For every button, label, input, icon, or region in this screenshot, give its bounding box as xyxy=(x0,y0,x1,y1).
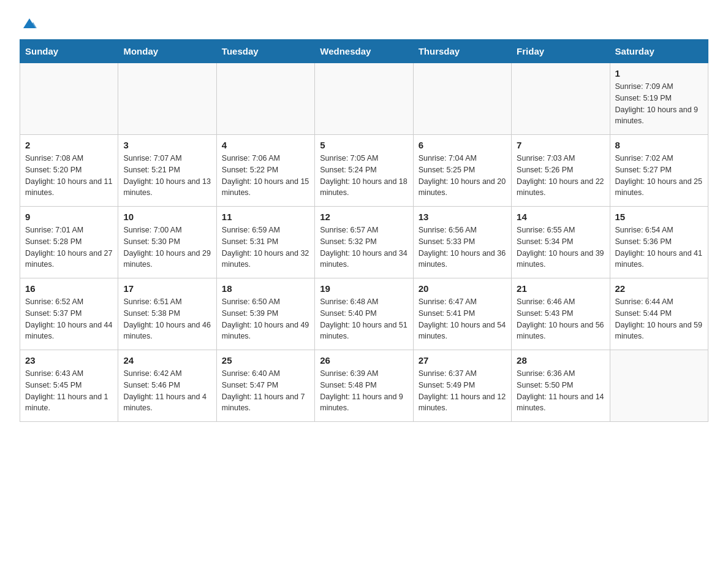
day-number: 25 xyxy=(222,355,309,366)
calendar-header-monday: Monday xyxy=(118,40,216,63)
calendar-cell: 1Sunrise: 7:09 AMSunset: 5:19 PMDaylight… xyxy=(610,63,708,135)
calendar-week-row: 1Sunrise: 7:09 AMSunset: 5:19 PMDaylight… xyxy=(20,63,708,135)
day-number: 3 xyxy=(123,140,211,150)
calendar-cell: 4Sunrise: 7:06 AMSunset: 5:22 PMDaylight… xyxy=(216,135,314,207)
day-number: 6 xyxy=(419,140,506,150)
day-number: 15 xyxy=(615,212,703,222)
day-info: Sunrise: 7:08 AMSunset: 5:20 PMDaylight:… xyxy=(25,153,113,199)
day-info: Sunrise: 6:47 AMSunset: 5:41 PMDaylight:… xyxy=(419,296,506,342)
calendar-cell: 11Sunrise: 6:59 AMSunset: 5:31 PMDayligh… xyxy=(216,207,314,278)
calendar-cell: 12Sunrise: 6:57 AMSunset: 5:32 PMDayligh… xyxy=(315,207,413,278)
page-header xyxy=(20,15,708,32)
day-info: Sunrise: 6:39 AMSunset: 5:48 PMDaylight:… xyxy=(320,368,408,414)
calendar-header-row: SundayMondayTuesdayWednesdayThursdayFrid… xyxy=(20,40,708,63)
day-info: Sunrise: 6:43 AMSunset: 5:45 PMDaylight:… xyxy=(25,368,113,414)
day-info: Sunrise: 7:07 AMSunset: 5:21 PMDaylight:… xyxy=(123,153,211,199)
day-info: Sunrise: 6:42 AMSunset: 5:46 PMDaylight:… xyxy=(123,368,211,414)
day-info: Sunrise: 7:03 AMSunset: 5:26 PMDaylight:… xyxy=(517,153,604,199)
day-info: Sunrise: 6:57 AMSunset: 5:32 PMDaylight:… xyxy=(320,224,408,270)
calendar-cell: 2Sunrise: 7:08 AMSunset: 5:20 PMDaylight… xyxy=(20,135,118,207)
calendar-cell: 22Sunrise: 6:44 AMSunset: 5:44 PMDayligh… xyxy=(610,278,708,350)
calendar-header-thursday: Thursday xyxy=(413,40,511,63)
calendar-cell: 23Sunrise: 6:43 AMSunset: 5:45 PMDayligh… xyxy=(20,350,118,422)
calendar-header-sunday: Sunday xyxy=(20,40,118,63)
day-number: 1 xyxy=(615,68,703,79)
day-number: 16 xyxy=(25,283,113,294)
calendar-table: SundayMondayTuesdayWednesdayThursdayFrid… xyxy=(20,39,708,422)
day-number: 11 xyxy=(222,212,309,222)
calendar-cell: 27Sunrise: 6:37 AMSunset: 5:49 PMDayligh… xyxy=(413,350,511,422)
calendar-cell: 26Sunrise: 6:39 AMSunset: 5:48 PMDayligh… xyxy=(315,350,413,422)
day-info: Sunrise: 6:37 AMSunset: 5:49 PMDaylight:… xyxy=(419,368,506,414)
day-number: 23 xyxy=(25,355,113,366)
day-number: 24 xyxy=(123,355,211,366)
calendar-cell: 13Sunrise: 6:56 AMSunset: 5:33 PMDayligh… xyxy=(413,207,511,278)
calendar-week-row: 16Sunrise: 6:52 AMSunset: 5:37 PMDayligh… xyxy=(20,278,708,350)
calendar-cell: 28Sunrise: 6:36 AMSunset: 5:50 PMDayligh… xyxy=(512,350,610,422)
calendar-cell: 6Sunrise: 7:04 AMSunset: 5:25 PMDaylight… xyxy=(413,135,511,207)
day-number: 14 xyxy=(517,212,604,222)
calendar-cell: 7Sunrise: 7:03 AMSunset: 5:26 PMDaylight… xyxy=(512,135,610,207)
day-number: 19 xyxy=(320,283,408,294)
day-number: 17 xyxy=(123,283,211,294)
calendar-cell: 25Sunrise: 6:40 AMSunset: 5:47 PMDayligh… xyxy=(216,350,314,422)
day-info: Sunrise: 6:52 AMSunset: 5:37 PMDaylight:… xyxy=(25,296,113,342)
day-number: 22 xyxy=(615,283,703,294)
calendar-cell: 21Sunrise: 6:46 AMSunset: 5:43 PMDayligh… xyxy=(512,278,610,350)
calendar-cell: 10Sunrise: 7:00 AMSunset: 5:30 PMDayligh… xyxy=(118,207,216,278)
calendar-cell: 19Sunrise: 6:48 AMSunset: 5:40 PMDayligh… xyxy=(315,278,413,350)
day-number: 8 xyxy=(615,140,703,150)
calendar-cell: 9Sunrise: 7:01 AMSunset: 5:28 PMDaylight… xyxy=(20,207,118,278)
day-number: 26 xyxy=(320,355,408,366)
day-number: 18 xyxy=(222,283,309,294)
calendar-cell xyxy=(118,63,216,135)
calendar-cell: 18Sunrise: 6:50 AMSunset: 5:39 PMDayligh… xyxy=(216,278,314,350)
calendar-cell: 20Sunrise: 6:47 AMSunset: 5:41 PMDayligh… xyxy=(413,278,511,350)
day-info: Sunrise: 6:59 AMSunset: 5:31 PMDaylight:… xyxy=(222,224,309,270)
day-number: 21 xyxy=(517,283,604,294)
logo xyxy=(20,15,39,32)
calendar-cell: 5Sunrise: 7:05 AMSunset: 5:24 PMDaylight… xyxy=(315,135,413,207)
calendar-cell: 8Sunrise: 7:02 AMSunset: 5:27 PMDaylight… xyxy=(610,135,708,207)
day-info: Sunrise: 6:46 AMSunset: 5:43 PMDaylight:… xyxy=(517,296,604,342)
day-info: Sunrise: 6:55 AMSunset: 5:34 PMDaylight:… xyxy=(517,224,604,270)
day-number: 4 xyxy=(222,140,309,150)
day-info: Sunrise: 7:04 AMSunset: 5:25 PMDaylight:… xyxy=(419,153,506,199)
calendar-week-row: 2Sunrise: 7:08 AMSunset: 5:20 PMDaylight… xyxy=(20,135,708,207)
day-number: 7 xyxy=(517,140,604,150)
logo-icon xyxy=(21,15,38,32)
day-info: Sunrise: 6:51 AMSunset: 5:38 PMDaylight:… xyxy=(123,296,211,342)
day-info: Sunrise: 7:00 AMSunset: 5:30 PMDaylight:… xyxy=(123,224,211,270)
calendar-cell: 17Sunrise: 6:51 AMSunset: 5:38 PMDayligh… xyxy=(118,278,216,350)
day-number: 20 xyxy=(419,283,506,294)
day-number: 5 xyxy=(320,140,408,150)
calendar-cell: 16Sunrise: 6:52 AMSunset: 5:37 PMDayligh… xyxy=(20,278,118,350)
day-number: 2 xyxy=(25,140,113,150)
calendar-header-tuesday: Tuesday xyxy=(216,40,314,63)
calendar-header-wednesday: Wednesday xyxy=(315,40,413,63)
day-info: Sunrise: 7:01 AMSunset: 5:28 PMDaylight:… xyxy=(25,224,113,270)
day-info: Sunrise: 7:06 AMSunset: 5:22 PMDaylight:… xyxy=(222,153,309,199)
calendar-cell xyxy=(216,63,314,135)
calendar-cell: 24Sunrise: 6:42 AMSunset: 5:46 PMDayligh… xyxy=(118,350,216,422)
calendar-cell xyxy=(315,63,413,135)
calendar-cell xyxy=(20,63,118,135)
calendar-week-row: 9Sunrise: 7:01 AMSunset: 5:28 PMDaylight… xyxy=(20,207,708,278)
calendar-header-friday: Friday xyxy=(512,40,610,63)
day-info: Sunrise: 7:05 AMSunset: 5:24 PMDaylight:… xyxy=(320,153,408,199)
calendar-cell xyxy=(512,63,610,135)
calendar-week-row: 23Sunrise: 6:43 AMSunset: 5:45 PMDayligh… xyxy=(20,350,708,422)
calendar-cell xyxy=(413,63,511,135)
day-info: Sunrise: 7:09 AMSunset: 5:19 PMDaylight:… xyxy=(615,81,703,127)
day-info: Sunrise: 6:54 AMSunset: 5:36 PMDaylight:… xyxy=(615,224,703,270)
day-number: 27 xyxy=(419,355,506,366)
day-number: 10 xyxy=(123,212,211,222)
day-info: Sunrise: 6:44 AMSunset: 5:44 PMDaylight:… xyxy=(615,296,703,342)
day-info: Sunrise: 6:40 AMSunset: 5:47 PMDaylight:… xyxy=(222,368,309,414)
calendar-cell: 15Sunrise: 6:54 AMSunset: 5:36 PMDayligh… xyxy=(610,207,708,278)
day-info: Sunrise: 6:56 AMSunset: 5:33 PMDaylight:… xyxy=(419,224,506,270)
day-info: Sunrise: 6:36 AMSunset: 5:50 PMDaylight:… xyxy=(517,368,604,414)
day-number: 28 xyxy=(517,355,604,366)
calendar-cell: 3Sunrise: 7:07 AMSunset: 5:21 PMDaylight… xyxy=(118,135,216,207)
day-number: 12 xyxy=(320,212,408,222)
